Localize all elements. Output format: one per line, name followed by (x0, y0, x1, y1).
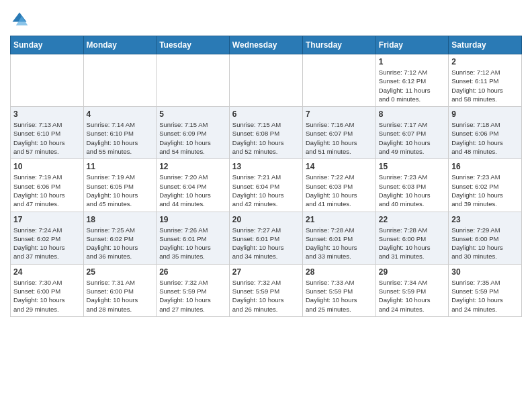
day-info: Sunrise: 7:22 AM Sunset: 6:03 PM Dayligh… (306, 173, 373, 208)
day-cell-23: 23Sunrise: 7:29 AM Sunset: 6:00 PM Dayli… (449, 212, 522, 264)
calendar-body: 1Sunrise: 7:12 AM Sunset: 6:12 PM Daylig… (11, 54, 522, 317)
day-number: 30 (451, 267, 519, 277)
day-cell-9: 9Sunrise: 7:18 AM Sunset: 6:06 PM Daylig… (449, 107, 522, 159)
day-number: 4 (87, 109, 154, 119)
day-info: Sunrise: 7:20 AM Sunset: 6:04 PM Dayligh… (159, 173, 226, 208)
day-info: Sunrise: 7:33 AM Sunset: 5:59 PM Dayligh… (306, 278, 373, 314)
weekday-header-saturday: Saturday (449, 36, 522, 54)
week-row-4: 17Sunrise: 7:24 AM Sunset: 6:02 PM Dayli… (11, 212, 522, 264)
day-cell-24: 24Sunrise: 7:30 AM Sunset: 6:00 PM Dayli… (11, 264, 84, 316)
day-cell-16: 16Sunrise: 7:23 AM Sunset: 6:02 PM Dayli… (449, 159, 522, 212)
day-cell-15: 15Sunrise: 7:23 AM Sunset: 6:03 PM Dayli… (375, 159, 448, 212)
calendar-header: SundayMondayTuesdayWednesdayThursdayFrid… (11, 36, 522, 54)
day-info: Sunrise: 7:12 AM Sunset: 6:11 PM Dayligh… (451, 68, 519, 103)
day-info: Sunrise: 7:27 AM Sunset: 6:01 PM Dayligh… (232, 226, 300, 261)
day-cell-18: 18Sunrise: 7:25 AM Sunset: 6:02 PM Dayli… (83, 212, 157, 264)
weekday-header-tuesday: Tuesday (157, 36, 230, 54)
day-number: 8 (379, 109, 445, 119)
week-row-1: 1Sunrise: 7:12 AM Sunset: 6:12 PM Daylig… (11, 54, 522, 107)
day-cell-12: 12Sunrise: 7:20 AM Sunset: 6:04 PM Dayli… (157, 159, 230, 212)
day-cell-6: 6Sunrise: 7:15 AM Sunset: 6:08 PM Daylig… (229, 107, 302, 159)
day-info: Sunrise: 7:13 AM Sunset: 6:10 PM Dayligh… (13, 120, 81, 156)
empty-cell (229, 54, 302, 107)
day-info: Sunrise: 7:26 AM Sunset: 6:01 PM Dayligh… (159, 226, 226, 261)
day-info: Sunrise: 7:12 AM Sunset: 6:12 PM Dayligh… (379, 68, 445, 103)
day-cell-28: 28Sunrise: 7:33 AM Sunset: 5:59 PM Dayli… (302, 264, 375, 316)
day-number: 22 (379, 215, 445, 224)
day-number: 2 (451, 57, 519, 66)
day-number: 18 (87, 215, 154, 224)
weekday-header-thursday: Thursday (302, 36, 375, 54)
logo-icon (10, 10, 29, 29)
day-info: Sunrise: 7:24 AM Sunset: 6:02 PM Dayligh… (13, 226, 81, 261)
week-row-5: 24Sunrise: 7:30 AM Sunset: 6:00 PM Dayli… (11, 264, 522, 316)
day-number: 20 (232, 215, 300, 224)
day-info: Sunrise: 7:15 AM Sunset: 6:09 PM Dayligh… (159, 120, 226, 156)
day-info: Sunrise: 7:16 AM Sunset: 6:07 PM Dayligh… (306, 120, 373, 156)
empty-cell (11, 54, 84, 107)
day-info: Sunrise: 7:28 AM Sunset: 6:00 PM Dayligh… (379, 226, 445, 261)
day-cell-2: 2Sunrise: 7:12 AM Sunset: 6:11 PM Daylig… (449, 54, 522, 107)
day-info: Sunrise: 7:23 AM Sunset: 6:02 PM Dayligh… (451, 173, 519, 208)
weekday-header-row: SundayMondayTuesdayWednesdayThursdayFrid… (11, 36, 522, 54)
day-cell-10: 10Sunrise: 7:19 AM Sunset: 6:06 PM Dayli… (11, 159, 84, 212)
day-cell-17: 17Sunrise: 7:24 AM Sunset: 6:02 PM Dayli… (11, 212, 84, 264)
day-number: 27 (232, 267, 300, 277)
day-number: 6 (232, 109, 300, 119)
page-header (10, 10, 522, 29)
day-cell-25: 25Sunrise: 7:31 AM Sunset: 6:00 PM Dayli… (83, 264, 157, 316)
day-number: 10 (13, 162, 81, 171)
day-cell-21: 21Sunrise: 7:28 AM Sunset: 6:01 PM Dayli… (302, 212, 375, 264)
day-number: 5 (159, 109, 226, 119)
day-number: 11 (87, 162, 154, 171)
day-info: Sunrise: 7:15 AM Sunset: 6:08 PM Dayligh… (232, 120, 300, 156)
day-cell-1: 1Sunrise: 7:12 AM Sunset: 6:12 PM Daylig… (375, 54, 448, 107)
day-number: 12 (159, 162, 226, 171)
day-info: Sunrise: 7:21 AM Sunset: 6:04 PM Dayligh… (232, 173, 300, 208)
day-cell-11: 11Sunrise: 7:19 AM Sunset: 6:05 PM Dayli… (83, 159, 157, 212)
day-cell-13: 13Sunrise: 7:21 AM Sunset: 6:04 PM Dayli… (229, 159, 302, 212)
empty-cell (302, 54, 375, 107)
week-row-3: 10Sunrise: 7:19 AM Sunset: 6:06 PM Dayli… (11, 159, 522, 212)
day-info: Sunrise: 7:30 AM Sunset: 6:00 PM Dayligh… (13, 278, 81, 314)
day-number: 14 (306, 162, 373, 171)
day-info: Sunrise: 7:17 AM Sunset: 6:07 PM Dayligh… (379, 120, 445, 156)
day-cell-27: 27Sunrise: 7:32 AM Sunset: 5:59 PM Dayli… (229, 264, 302, 316)
day-info: Sunrise: 7:32 AM Sunset: 5:59 PM Dayligh… (159, 278, 226, 314)
day-info: Sunrise: 7:32 AM Sunset: 5:59 PM Dayligh… (232, 278, 300, 314)
day-cell-30: 30Sunrise: 7:35 AM Sunset: 5:59 PM Dayli… (449, 264, 522, 316)
day-info: Sunrise: 7:18 AM Sunset: 6:06 PM Dayligh… (451, 120, 519, 156)
day-cell-7: 7Sunrise: 7:16 AM Sunset: 6:07 PM Daylig… (302, 107, 375, 159)
day-info: Sunrise: 7:14 AM Sunset: 6:10 PM Dayligh… (87, 120, 154, 156)
day-info: Sunrise: 7:35 AM Sunset: 5:59 PM Dayligh… (451, 278, 519, 314)
day-number: 1 (379, 57, 445, 66)
weekday-header-friday: Friday (375, 36, 448, 54)
day-info: Sunrise: 7:29 AM Sunset: 6:00 PM Dayligh… (451, 226, 519, 261)
day-info: Sunrise: 7:28 AM Sunset: 6:01 PM Dayligh… (306, 226, 373, 261)
day-number: 3 (13, 109, 81, 119)
day-number: 7 (306, 109, 373, 119)
day-number: 9 (451, 109, 519, 119)
day-cell-3: 3Sunrise: 7:13 AM Sunset: 6:10 PM Daylig… (11, 107, 84, 159)
day-number: 24 (13, 267, 81, 277)
day-number: 21 (306, 215, 373, 224)
empty-cell (157, 54, 230, 107)
weekday-header-sunday: Sunday (11, 36, 84, 54)
day-number: 15 (379, 162, 445, 171)
day-number: 23 (451, 215, 519, 224)
empty-cell (83, 54, 157, 107)
day-info: Sunrise: 7:34 AM Sunset: 5:59 PM Dayligh… (379, 278, 445, 314)
day-number: 26 (159, 267, 226, 277)
day-info: Sunrise: 7:25 AM Sunset: 6:02 PM Dayligh… (87, 226, 154, 261)
weekday-header-monday: Monday (83, 36, 157, 54)
week-row-2: 3Sunrise: 7:13 AM Sunset: 6:10 PM Daylig… (11, 107, 522, 159)
day-cell-5: 5Sunrise: 7:15 AM Sunset: 6:09 PM Daylig… (157, 107, 230, 159)
day-cell-19: 19Sunrise: 7:26 AM Sunset: 6:01 PM Dayli… (157, 212, 230, 264)
day-number: 16 (451, 162, 519, 171)
day-number: 13 (232, 162, 300, 171)
logo (10, 10, 32, 29)
day-cell-14: 14Sunrise: 7:22 AM Sunset: 6:03 PM Dayli… (302, 159, 375, 212)
day-info: Sunrise: 7:19 AM Sunset: 6:06 PM Dayligh… (13, 173, 81, 208)
day-cell-4: 4Sunrise: 7:14 AM Sunset: 6:10 PM Daylig… (83, 107, 157, 159)
day-number: 29 (379, 267, 445, 277)
